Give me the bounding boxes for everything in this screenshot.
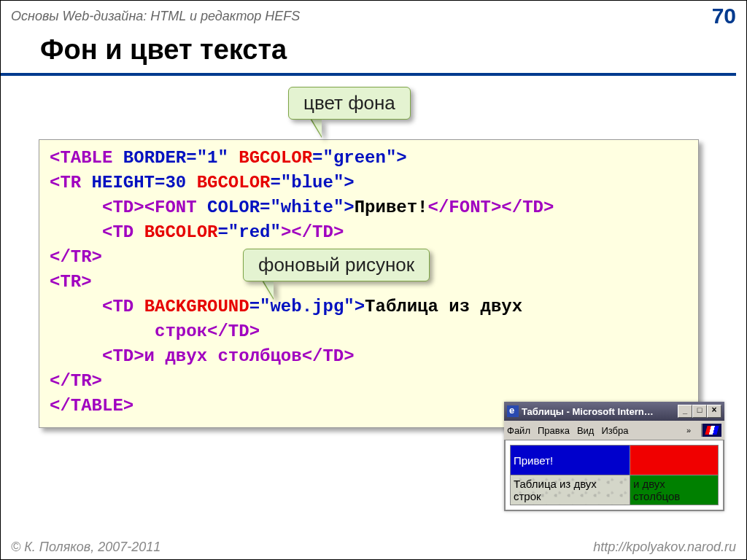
code-l7: <TD BACKGROUND="web.jpg">Таблица из двух — [50, 297, 522, 316]
window-buttons: _ □ × — [678, 405, 721, 418]
browser-titlebar[interactable]: Таблицы - Microsoft Intern… _ □ × — [504, 402, 724, 421]
code-l1: <TABLE BORDER="1" BGCOLOR="green"> — [50, 148, 407, 168]
minimize-button[interactable]: _ — [678, 405, 692, 418]
page-number: 70 — [712, 4, 736, 28]
code-l6: <TR> — [50, 272, 92, 292]
table-row: Привет! — [511, 446, 719, 475]
code-l10: </TR> — [50, 371, 102, 391]
close-button[interactable]: × — [707, 405, 721, 418]
callout-bg-color: цвет фона — [288, 87, 411, 120]
cell-blue: Привет! — [511, 446, 630, 475]
menu-view[interactable]: Вид — [577, 425, 595, 436]
browser-content: Привет! Таблица из двух строк и двух сто… — [504, 440, 724, 511]
slide-header: Основы Web-дизайна: HTML и редактор HEFS… — [1, 1, 746, 33]
table-row: Таблица из двух строк и двух столбцов — [511, 475, 719, 505]
slide-footer: © К. Поляков, 2007-2011 http://kpolyakov… — [1, 537, 746, 559]
callout-tail — [311, 119, 322, 136]
code-l11: </TABLE> — [50, 396, 133, 416]
ie-throbber-icon — [701, 424, 721, 437]
code-l8: строк</TD> — [50, 322, 260, 341]
footer-url: http://kpolyakov.narod.ru — [593, 540, 736, 555]
callout-bg-color-text: цвет фона — [303, 92, 395, 114]
slide: Основы Web-дизайна: HTML и редактор HEFS… — [0, 0, 747, 560]
demo-table: Привет! Таблица из двух строк и двух сто… — [510, 445, 719, 505]
flag-icon — [705, 426, 719, 435]
browser-title-text: Таблицы - Microsoft Intern… — [522, 406, 675, 417]
menu-more-icon[interactable]: » — [686, 426, 691, 435]
callout-tail-2 — [263, 281, 274, 298]
slide-title: Фон и цвет текста — [1, 33, 736, 76]
maximize-button[interactable]: □ — [692, 405, 707, 418]
title-row: Фон и цвет текста — [1, 33, 746, 76]
code-block: <TABLE BORDER="1" BGCOLOR="green"> <TR H… — [39, 139, 699, 428]
callout-bg-image: фоновый рисунок — [243, 249, 430, 281]
menu-edit[interactable]: Правка — [538, 425, 570, 436]
menu-favorites[interactable]: Избра — [601, 425, 628, 436]
browser-menubar: Файл Правка Вид Избра » — [504, 421, 724, 440]
ie-icon — [507, 405, 519, 417]
cell-red — [630, 446, 718, 475]
code-l9: <TD>и двух столбцов</TD> — [50, 346, 355, 366]
code-l5: </TR> — [50, 247, 102, 267]
code-l3: <TD><FONT COLOR="white">Привет!</FONT></… — [50, 198, 554, 217]
footer-copyright: © К. Поляков, 2007-2011 — [11, 540, 160, 555]
callout-bg-image-text: фоновый рисунок — [258, 254, 414, 276]
menu-file[interactable]: Файл — [507, 425, 530, 436]
code-l2: <TR HEIGHT=30 BGCOLOR="blue"> — [50, 173, 355, 192]
cell-web-bg: Таблица из двух строк — [511, 475, 630, 505]
browser-window: Таблицы - Microsoft Intern… _ □ × Файл П… — [504, 402, 724, 511]
cell-green: и двух столбцов — [630, 475, 718, 505]
header-subtitle: Основы Web-дизайна: HTML и редактор HEFS — [11, 9, 300, 24]
code-l4: <TD BGCOLOR="red"></TD> — [50, 222, 344, 242]
